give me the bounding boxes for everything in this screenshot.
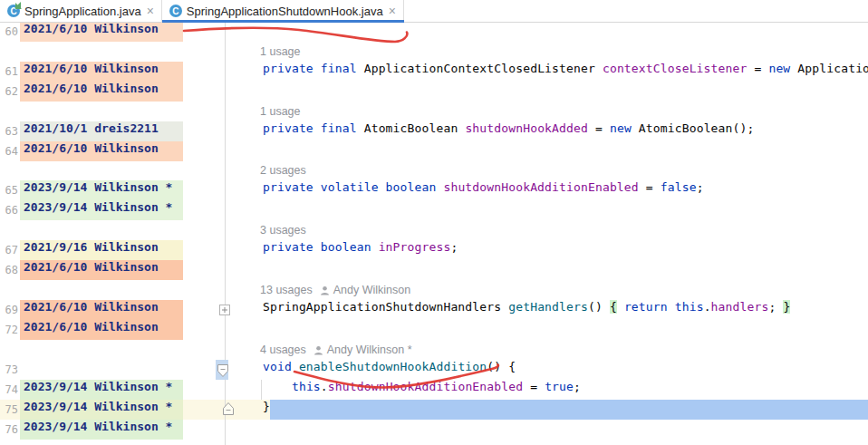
- code-token: }: [783, 300, 790, 314]
- code-line[interactable]: private volatile boolean shutdownHookAdd…: [263, 180, 704, 200]
- usages-inlay[interactable]: 2 usages: [260, 160, 306, 180]
- blame-annotation[interactable]: 2021/6/10 Wilkinson: [20, 300, 183, 320]
- blame-annotation[interactable]: 2023/9/14 Wilkinson *: [20, 200, 183, 220]
- code-token: () {: [487, 360, 516, 373]
- gutter-row: 722021/6/10 Wilkinson: [0, 320, 227, 340]
- line-number: 72: [0, 320, 18, 340]
- code-token: true: [545, 380, 574, 393]
- code-token: AtomicBoolean();: [632, 121, 755, 135]
- code-token: shutdownHookAdded: [465, 121, 588, 135]
- editor-tab-bar: C SpringApplication.java × C SpringAppli…: [0, 0, 868, 23]
- line-number: 69: [0, 300, 18, 320]
- code-token: new: [610, 121, 632, 135]
- gutter-row: 742023/9/14 Wilkinson *: [0, 380, 227, 400]
- code-token: shutdownHookAdditionEnabled: [328, 380, 523, 393]
- fold-start-icon[interactable]: [217, 363, 229, 378]
- gutter-row: 642021/6/10 Wilkinson: [0, 141, 227, 161]
- gutter-row: 652023/9/14 Wilkinson *: [0, 180, 227, 200]
- code-token: ApplicationContextClosedListener: [364, 62, 603, 75]
- code-line[interactable]: private final AtomicBoolean shutdownHook…: [263, 121, 754, 141]
- code-line[interactable]: private final ApplicationContextClosedLi…: [263, 62, 868, 82]
- code-token: [263, 380, 292, 393]
- line-number: 66: [0, 200, 18, 220]
- code-token: contextCloseListener: [603, 62, 747, 75]
- green-arrow-overlay-icon: [14, 2, 23, 10]
- usages-label[interactable]: 13 usages: [260, 284, 313, 296]
- blame-annotation[interactable]: 2021/6/10 Wilkinson: [20, 22, 183, 42]
- code-token: ;: [450, 240, 458, 254]
- gutter-row: 622021/6/10 Wilkinson: [0, 82, 227, 102]
- code-line[interactable]: SpringApplicationShutdownHandlers getHan…: [263, 300, 790, 320]
- usages-label[interactable]: 2 usages: [260, 164, 306, 177]
- usages-inlay[interactable]: 13 usagesAndy Wilkinson: [260, 280, 410, 300]
- code-line[interactable]: this.shutdownHookAdditionEnabled = true;: [263, 380, 581, 400]
- usages-inlay[interactable]: 1 usage: [260, 42, 300, 62]
- line-number: 60: [0, 22, 18, 42]
- code-token: handlers: [711, 300, 769, 314]
- java-class-icon: C: [169, 5, 182, 17]
- close-tab-icon[interactable]: ×: [389, 5, 396, 17]
- code-token: SpringApplicationShutdownHandlers: [263, 300, 508, 314]
- code-token: }: [263, 400, 270, 413]
- code-token: AtomicBoolean: [364, 121, 466, 135]
- blame-annotation[interactable]: 2021/6/10 Wilkinson: [20, 82, 183, 102]
- code-token: ;: [574, 380, 581, 393]
- code-token: [617, 300, 624, 314]
- tab-label[interactable]: SpringApplicationShutdownHook.java: [187, 5, 383, 18]
- blame-annotation[interactable]: 2023/9/14 Wilkinson *: [20, 180, 183, 200]
- blame-annotation[interactable]: 2021/10/1 dreis2211: [20, 121, 183, 141]
- code-token: (): [588, 300, 610, 314]
- code-token: inProgress: [379, 240, 451, 254]
- blame-annotation[interactable]: 2021/9/16 Wilkinson: [20, 240, 183, 260]
- usages-inlay[interactable]: 4 usagesAndy Wilkinson *: [260, 340, 412, 360]
- tab-spring-application-shutdown-hook[interactable]: C SpringApplicationShutdownHook.java ×: [162, 0, 404, 22]
- blame-annotation[interactable]: 2021/6/10 Wilkinson: [20, 62, 183, 82]
- fold-end-icon[interactable]: [222, 401, 235, 416]
- line-number: 63: [0, 121, 18, 141]
- gutter-row: 632021/10/1 dreis2211: [0, 121, 227, 141]
- usages-inlay[interactable]: 3 usages: [260, 220, 306, 240]
- line-number: 65: [0, 180, 18, 200]
- close-tab-icon[interactable]: ×: [147, 5, 154, 17]
- code-token: new: [768, 62, 790, 75]
- gutter-row: 682021/6/10 Wilkinson: [0, 260, 227, 280]
- gutter-row: 752023/9/14 Wilkinson *: [0, 400, 227, 420]
- code-line[interactable]: private boolean inProgress;: [263, 240, 458, 260]
- code-line[interactable]: void enableShutdownHookAddition() {: [263, 360, 516, 380]
- code-token: enableShutdownHookAddition: [299, 360, 487, 373]
- expand-fold-icon[interactable]: [219, 305, 230, 315]
- line-number: 62: [0, 82, 18, 102]
- blame-annotation[interactable]: 2021/6/10 Wilkinson: [20, 260, 183, 280]
- code-token: return this: [624, 300, 704, 314]
- gutter-row: 692021/6/10 Wilkinson: [0, 300, 227, 320]
- code-line[interactable]: }: [263, 400, 270, 420]
- ide-editor-window: C SpringApplication.java × C SpringAppli…: [0, 0, 868, 445]
- blame-annotation[interactable]: 2021/6/10 Wilkinson: [20, 141, 183, 161]
- usages-label[interactable]: 4 usages: [260, 343, 306, 356]
- gutter-row: 73: [0, 360, 227, 380]
- code-token: =: [523, 380, 545, 393]
- code-token: this: [292, 380, 321, 393]
- code-token: .: [321, 380, 328, 393]
- author-icon: [313, 345, 323, 355]
- usages-label[interactable]: 3 usages: [260, 224, 306, 237]
- tab-label[interactable]: SpringApplication.java: [24, 5, 141, 18]
- code-token: ;: [697, 180, 704, 194]
- code-token: private final: [263, 62, 364, 75]
- text-selection-highlight: [270, 400, 868, 420]
- gutter-row: 662023/9/14 Wilkinson *: [0, 200, 227, 220]
- author-label: Andy Wilkinson: [333, 284, 410, 296]
- usages-label[interactable]: 1 usage: [260, 105, 300, 118]
- usages-inlay[interactable]: 1 usage: [260, 102, 300, 121]
- usages-inlay[interactable]: 1 usageAndy Wilkinson: [260, 440, 399, 445]
- blame-annotation[interactable]: 2023/9/14 Wilkinson *: [20, 400, 183, 420]
- usages-label[interactable]: 1 usage: [260, 45, 300, 58]
- blame-annotation[interactable]: 2023/9/14 Wilkinson *: [20, 380, 183, 400]
- line-number: 73: [0, 360, 18, 380]
- code-token: =: [639, 180, 661, 194]
- blame-annotation[interactable]: 2023/9/14 Wilkinson *: [20, 420, 183, 440]
- gutter-row: 602021/6/10 Wilkinson: [0, 22, 227, 42]
- blame-annotation[interactable]: 2021/6/10 Wilkinson: [20, 320, 183, 340]
- gutter-row: 672021/9/16 Wilkinson: [0, 240, 227, 260]
- tab-spring-application[interactable]: C SpringApplication.java ×: [0, 0, 162, 22]
